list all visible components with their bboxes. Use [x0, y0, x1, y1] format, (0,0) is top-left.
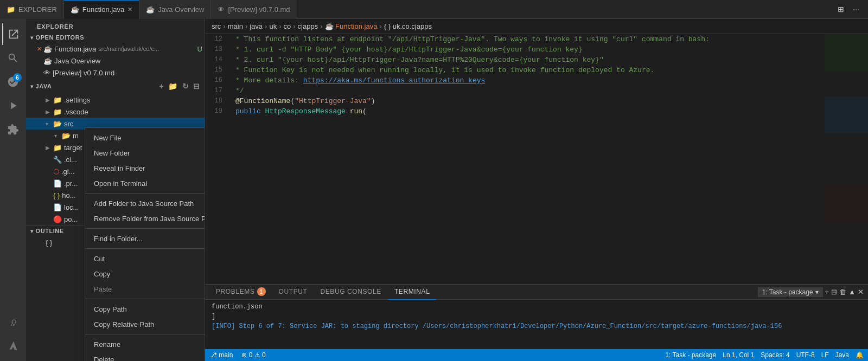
tab-preview-md[interactable]: 👁 [Preview] v0.7.0.md [211, 0, 297, 19]
sidebar: EXPLORER ▾ OPEN EDITORS ✕ ☕ Function.jav… [26, 19, 205, 361]
code-line-19: public HttpResponseMessage run( [235, 106, 825, 117]
activity-source-control[interactable]: 6 [2, 71, 24, 93]
code-editor[interactable]: 12 13 14 15 16 17 18 19 * This function … [205, 34, 868, 284]
status-branch[interactable]: ⎇ main [209, 351, 233, 359]
folder-m-icon: 📂 [62, 132, 71, 140]
menu-add-folder-source[interactable]: Add Folder to Java Source Path [85, 196, 205, 211]
breadcrumb-uk[interactable]: uk [269, 22, 277, 30]
title-bar: 📁 EXPLORER ☕ Function.java ✕ ☕ Java Over… [0, 0, 868, 19]
menu-paste: Paste ⌘V [85, 281, 205, 296]
menu-copy[interactable]: Copy ⌘C [85, 266, 205, 281]
file-cl-icon: 🔧 [53, 156, 62, 164]
bottom-panel: PROBLEMS 1 OUTPUT DEBUG CONSOLE TERMINAL… [205, 284, 868, 349]
delete-terminal-btn[interactable]: 🗑 [839, 288, 846, 296]
tab-explorer[interactable]: 📁 EXPLORER [0, 0, 64, 19]
new-folder-btn[interactable]: 📁 [167, 81, 179, 92]
breadcrumb-main[interactable]: main [228, 22, 243, 30]
breadcrumb-co[interactable]: co [284, 22, 291, 30]
menu-find-in-folder[interactable]: Find in Folder... ⌥⇧F [85, 231, 205, 246]
open-editors-toggle[interactable]: ▾ OPEN EDITORS [26, 32, 205, 43]
folder-vscode-icon: 📁 [53, 108, 62, 116]
status-language[interactable]: Java [835, 351, 849, 359]
menu-remove-folder-source[interactable]: Remove Folder from Java Source Path [85, 211, 205, 226]
activity-extensions[interactable] [2, 119, 24, 140]
open-editor-java-overview[interactable]: ☕ Java Overview [26, 55, 205, 67]
outline-chevron: ▾ [30, 228, 34, 234]
open-editor-function-java[interactable]: ✕ ☕ Function.java src/main/java/uk/co/c.… [26, 43, 205, 55]
status-errors[interactable]: ⊗ 0 ⚠ 0 [241, 351, 265, 359]
activity-java[interactable] [2, 311, 24, 333]
menu-open-terminal[interactable]: Open in Terminal [85, 176, 205, 191]
editor-area: src › main › java › uk › co › cjapps › ☕… [205, 19, 868, 361]
terminal-line-3: [INFO] Step 6 of 7: Service JAR: to stag… [212, 321, 861, 331]
new-file-btn[interactable]: + [158, 81, 165, 92]
menu-cut[interactable]: Cut ⌘X [85, 251, 205, 266]
separator-3 [85, 248, 205, 249]
xml-pom-icon: 🔴 [53, 215, 62, 223]
menu-copy-path[interactable]: Copy Path ⌥⌘C [85, 301, 205, 317]
panel-tab-debug-console[interactable]: DEBUG CONSOLE [314, 285, 388, 300]
code-line-12: * This function listens at endpoint "/ap… [235, 34, 825, 44]
add-terminal-btn[interactable]: + [825, 288, 829, 296]
menu-new-file[interactable]: New File [85, 130, 205, 145]
folder-settings-icon: 📁 [53, 96, 62, 104]
more-actions-icon[interactable]: ··· [851, 4, 861, 15]
tab-function-java[interactable]: ☕ Function.java ✕ [64, 0, 139, 19]
separator-4 [85, 299, 205, 299]
file-local-icon: 📄 [53, 203, 62, 211]
maximize-panel-btn[interactable]: ▲ [848, 288, 856, 296]
split-editor-icon[interactable]: ⊞ [835, 4, 846, 15]
close-icon[interactable]: ✕ [37, 46, 41, 53]
open-editors-section: ▾ OPEN EDITORS ✕ ☕ Function.java src/mai… [26, 32, 205, 79]
menu-reveal-finder[interactable]: Reveal in Finder ⌥⌘R [85, 160, 205, 176]
menu-new-folder[interactable]: New Folder [85, 145, 205, 160]
status-bar: ⎇ main ⊗ 0 ⚠ 0 1: Task - package Ln 1, C… [205, 349, 868, 361]
files-icon: 📁 [7, 5, 15, 14]
panel-tab-terminal[interactable]: TERMINAL [388, 285, 436, 300]
breadcrumb-file[interactable]: ☕ Function.java [325, 22, 378, 30]
tab-java-overview[interactable]: ☕ Java Overview [139, 0, 211, 19]
close-function-java[interactable]: ✕ [127, 6, 132, 13]
tree-settings[interactable]: ▶ 📁 .settings [26, 94, 205, 106]
tree-vscode[interactable]: ▶ 📁 .vscode [26, 106, 205, 118]
status-notifications[interactable]: 🔔 [856, 351, 864, 359]
breadcrumb-class[interactable]: { } uk.co.cjapps [384, 22, 432, 30]
code-content[interactable]: * This function listens at endpoint "/ap… [227, 34, 825, 284]
menu-delete[interactable]: Delete ⌘⌫ [85, 352, 205, 361]
separator-2 [85, 228, 205, 229]
terminal-content[interactable]: function.json ] [INFO] Step 6 of 7: Serv… [205, 300, 868, 349]
panel-tab-problems[interactable]: PROBLEMS 1 [209, 285, 272, 300]
activity-bar: 6 [0, 19, 26, 361]
activity-run[interactable] [2, 95, 24, 117]
panel-tab-output[interactable]: OUTPUT [272, 285, 314, 300]
activity-azure[interactable] [2, 335, 24, 357]
java-section-toggle[interactable]: ▾ JAVA + 📁 ↻ ⊟ [26, 79, 205, 94]
problems-badge: 1 [257, 287, 266, 296]
menu-rename[interactable]: Rename ↵ [85, 337, 205, 352]
code-line-18: @FunctionName("HttpTrigger-Java") [235, 96, 825, 106]
line-numbers: 12 13 14 15 16 17 18 19 [205, 34, 227, 284]
breadcrumb-java[interactable]: java [250, 22, 263, 30]
dropdown-chevron-icon[interactable]: ▾ [815, 288, 819, 296]
java-overview-file-icon: ☕ [43, 57, 52, 65]
activity-search[interactable] [2, 47, 24, 69]
breadcrumb-src[interactable]: src [212, 22, 221, 30]
refresh-btn[interactable]: ↻ [181, 81, 190, 92]
sidebar-header: EXPLORER [26, 19, 205, 32]
open-editor-preview-md[interactable]: 👁 [Preview] v0.7.0.md [26, 67, 205, 79]
file-pr-icon: 📄 [53, 179, 62, 188]
title-bar-actions: ⊞ ··· [835, 4, 868, 15]
status-ln-col: Ln 1, Col 1 [723, 351, 754, 359]
open-editors-chevron: ▾ [30, 35, 34, 41]
status-right: 1: Task - package Ln 1, Col 1 Spaces: 4 … [665, 351, 864, 359]
collapse-all-btn[interactable]: ⊟ [192, 81, 201, 92]
split-terminal-btn[interactable]: ⊟ [831, 288, 837, 296]
close-panel-btn[interactable]: ✕ [858, 288, 864, 296]
breadcrumb: src › main › java › uk › co › cjapps › ☕… [205, 19, 868, 34]
breadcrumb-cjapps[interactable]: cjapps [298, 22, 318, 30]
minimap-content [825, 34, 868, 284]
menu-copy-relative-path[interactable]: Copy Relative Path ⌥⇧⌘C [85, 317, 205, 332]
file-git-icon: ⬡ [53, 167, 59, 176]
separator-1 [85, 193, 205, 194]
activity-explorer[interactable] [2, 23, 24, 45]
